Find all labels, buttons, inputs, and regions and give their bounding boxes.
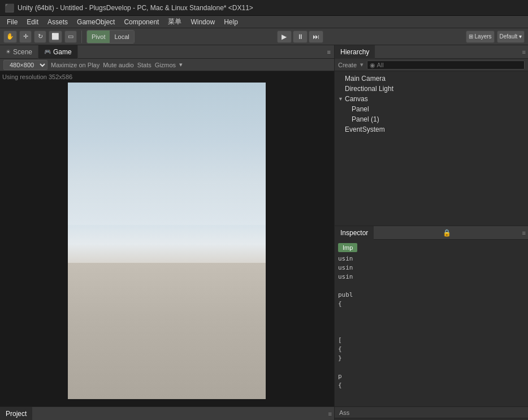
tab-scene[interactable]: ☀ Scene [0,45,38,59]
maximize-on-play-label: Maximize on Play [51,62,99,68]
project-options-button[interactable]: ≡ [326,410,334,417]
tab-maximize-button: ≡ [327,49,334,55]
code-line-6: { [338,300,525,309]
menu-component[interactable]: Component [119,17,163,27]
hier-event-system[interactable]: EventSystem [335,124,528,135]
pivot-local-group: Pivot Local [86,30,135,44]
scene-preview [68,83,266,399]
hierarchy-tab-label: Hierarchy [340,48,369,56]
game-tab-icon: 🎮 [44,49,51,55]
title-bar: ⬛ Unity (64bit) - Untitled - PlugsDevelo… [0,0,528,16]
ground-layer [68,263,266,399]
pivot-button[interactable]: Pivot [87,31,110,43]
hier-main-camera-label: Main Camera [345,75,386,83]
move-tool-button[interactable]: ✛ [19,31,32,43]
code-line-10: [ [338,336,525,345]
hier-panel-1-label: Panel (1) [352,115,379,123]
code-line-11: { [338,345,525,354]
rotate-tool-button[interactable]: ↻ [34,31,46,43]
code-line-1: usin [338,254,525,263]
code-line-14: p [338,372,525,381]
scene-tab-icon: ☀ [6,49,11,55]
toolbar-sep-1 [81,31,82,43]
stats-label: Stats [137,62,152,68]
sky-layer [68,83,266,225]
scale-tool-button[interactable]: ⬜ [49,31,62,43]
menu-bar: File Edit Assets GameObject Component 菜单… [0,16,528,28]
horizon-layer [68,225,266,263]
menu-edit[interactable]: Edit [22,17,43,27]
left-panel: ☀ Scene 🎮 Game ≡ 480×800 Maximize on Pla… [0,45,335,406]
inspector-content: Imp usin usin usin publ { [ { } p [335,240,528,406]
tab-project[interactable]: Project [0,407,32,421]
right-panel: Hierarchy ≡ Create ▾ Main Camera Directi… [335,45,528,406]
layout-button[interactable]: Default ▾ [497,31,525,43]
menu-custom[interactable]: 菜单 [163,16,186,28]
main-area: ☀ Scene 🎮 Game ≡ 480×800 Maximize on Pla… [0,45,528,406]
menu-file[interactable]: File [2,17,22,27]
resolution-dropdown[interactable]: 480×800 [3,60,47,70]
game-tab-label: Game [53,48,72,56]
hierarchy-header: Create ▾ [335,59,528,71]
play-button[interactable]: ▶ [277,31,292,43]
tab-game[interactable]: 🎮 Game [38,45,78,59]
scene-game-tab-bar: ☀ Scene 🎮 Game ≡ [0,45,334,59]
assets-text: Ass [339,409,349,416]
code-line-9 [338,327,525,336]
code-line-12: } [338,354,525,363]
hierarchy-content: Main Camera Directional Light ▼ Canvas P… [335,71,528,226]
step-button[interactable]: ⏭ [309,31,323,43]
code-line-2: usin [338,263,525,272]
hierarchy-create-label[interactable]: Create [338,62,357,68]
layers-button[interactable]: ⊞ Layers [466,31,495,43]
resolution-text: Using resolution 352x586 [2,73,72,80]
hier-directional-light-label: Directional Light [345,85,393,93]
rect-tool-button[interactable]: ▭ [64,31,77,43]
menu-help[interactable]: Help [219,17,243,27]
hand-tool-button[interactable]: ✋ [3,31,17,43]
menu-assets[interactable]: Assets [43,17,72,27]
hier-panel-1[interactable]: Panel (1) [335,114,528,124]
scene-tab-label: Scene [13,48,32,56]
code-line-13 [338,363,525,372]
toolbar: ✋ ✛ ↻ ⬜ ▭ Pivot Local ▶ ⏸ ⏭ ⊞ Layers Def… [0,28,528,45]
play-controls: ▶ ⏸ ⏭ [277,31,323,43]
code-line-7 [338,309,525,318]
game-viewport: Using resolution 352x586 [0,71,334,406]
tab-hierarchy[interactable]: Hierarchy [335,45,375,59]
hier-canvas[interactable]: ▼ Canvas [335,94,528,104]
inspector-panel: Inspector 🔒 ≡ Imp usin usin usin publ { [335,226,528,406]
code-line-5: publ [338,291,525,300]
window-title: Unity (64bit) - Untitled - PlugsDevelop … [18,4,253,12]
menu-gameobject[interactable]: GameObject [72,17,119,27]
project-tab-label: Project [6,410,27,418]
bottom-right-panel: Ass [335,407,528,420]
mute-audio-label: Mute audio [103,62,133,68]
project-tab-bar: Project ≡ [0,407,334,420]
inspector-tab-label: Inspector [340,229,368,237]
inspector-tab-bar: Inspector 🔒 ≡ [335,226,528,240]
hierarchy-tab-bar: Hierarchy ≡ [335,45,528,59]
code-line-3: usin [338,272,525,282]
inspector-import-badge[interactable]: Imp [338,243,357,252]
hierarchy-options-button[interactable]: ≡ [520,49,528,55]
hierarchy-search-input[interactable] [367,60,525,70]
gizmos-label: Gizmos [155,62,176,68]
hier-arrow-canvas: ▼ [338,96,345,102]
game-toolbar: 480×800 Maximize on Play Mute audio Stat… [0,59,334,71]
hier-panel[interactable]: Panel [335,104,528,114]
pause-button[interactable]: ⏸ [293,31,308,43]
menu-window[interactable]: Window [186,17,219,27]
assets-label: Ass [335,407,528,418]
project-panel: Project ≡ Create ▾ ⊞ ☰ ▼ 📁 Editor C# Ins… [0,407,335,420]
hier-canvas-label: Canvas [345,95,368,103]
inspector-code-section: usin usin usin publ { [ { } p { [338,254,525,390]
tab-inspector[interactable]: Inspector [335,226,374,240]
hier-main-camera[interactable]: Main Camera [335,73,528,84]
local-button[interactable]: Local [110,31,133,43]
hier-directional-light[interactable]: Directional Light [335,84,528,94]
inspector-lock-button[interactable]: 🔒 [440,229,453,237]
hierarchy-dropdown-icon[interactable]: ▾ [360,61,363,68]
inspector-options-button[interactable]: ≡ [520,230,528,236]
hierarchy-panel: Hierarchy ≡ Create ▾ Main Camera Directi… [335,45,528,226]
